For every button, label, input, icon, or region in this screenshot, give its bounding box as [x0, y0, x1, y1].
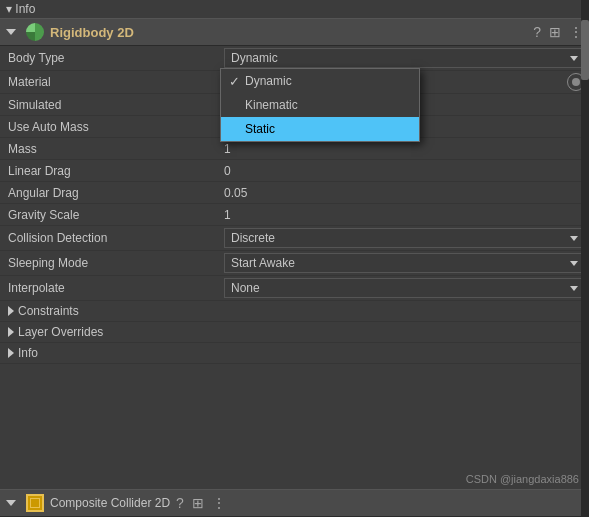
circle-inner [572, 78, 580, 86]
collision-detection-row: Collision Detection Discrete [0, 226, 589, 251]
gravity-scale-text: 1 [224, 208, 231, 222]
linear-drag-text: 0 [224, 164, 231, 178]
auto-mass-label: Use Auto Mass [0, 117, 220, 137]
collision-detection-selected: Discrete [231, 231, 566, 245]
option-kinematic[interactable]: Kinematic [221, 93, 419, 117]
option-dynamic-label: Dynamic [245, 74, 292, 88]
sleeping-mode-label: Sleeping Mode [0, 253, 220, 273]
sleeping-dropdown-arrow-icon [570, 261, 578, 266]
linear-drag-row: Linear Drag 0 [0, 160, 589, 182]
composite-help-icon[interactable]: ? [176, 495, 184, 511]
option-kinematic-label: Kinematic [245, 98, 298, 112]
body-type-popup: ✓ Dynamic Kinematic Static [220, 68, 420, 142]
body-type-label: Body Type [0, 48, 220, 68]
layer-overrides-arrow-icon [8, 327, 14, 337]
composite-settings-icon[interactable]: ⊞ [192, 495, 204, 511]
component-icon [26, 23, 44, 41]
mass-text: 1 [224, 142, 231, 156]
body-type-dropdown[interactable]: Dynamic [224, 48, 585, 68]
info-bar: ▾ Info [0, 0, 589, 18]
svg-rect-1 [31, 499, 39, 507]
simulated-label: Simulated [0, 95, 220, 115]
composite-header-icons: ? ⊞ ⋮ [176, 495, 226, 511]
angular-drag-value[interactable]: 0.05 [220, 184, 589, 202]
sleeping-mode-value: Start Awake [220, 251, 589, 275]
component-title: Rigidbody 2D [50, 25, 527, 40]
interpolate-label: Interpolate [0, 278, 220, 298]
watermark: CSDN @jiangdaxia886 [466, 473, 579, 485]
scrollbar[interactable] [581, 0, 589, 517]
help-icon[interactable]: ? [533, 24, 541, 40]
body-type-selected: Dynamic [231, 51, 566, 65]
composite-collider-header: Composite Collider 2D ? ⊞ ⋮ [0, 489, 589, 517]
linear-drag-label: Linear Drag [0, 161, 220, 181]
settings-icon[interactable]: ⊞ [549, 24, 561, 40]
info-section[interactable]: Info [0, 343, 589, 364]
linear-drag-value[interactable]: 0 [220, 162, 589, 180]
option-static-label: Static [245, 122, 275, 136]
sleeping-mode-row: Sleeping Mode Start Awake [0, 251, 589, 276]
mass-label: Mass [0, 139, 220, 159]
constraints-arrow-icon [8, 306, 14, 316]
constraints-label: Constraints [18, 304, 79, 318]
mass-value[interactable]: 1 [220, 140, 589, 158]
composite-component-icon [26, 494, 44, 512]
collision-detection-label: Collision Detection [0, 228, 220, 248]
composite-menu-icon[interactable]: ⋮ [212, 495, 226, 511]
info-label: ▾ Info [6, 2, 35, 16]
dropdown-arrow-icon [570, 56, 578, 61]
sleeping-mode-dropdown[interactable]: Start Awake [224, 253, 585, 273]
interpolate-selected: None [231, 281, 566, 295]
option-dynamic[interactable]: ✓ Dynamic [221, 69, 419, 93]
info-arrow-icon [8, 348, 14, 358]
angular-drag-row: Angular Drag 0.05 [0, 182, 589, 204]
interpolate-row: Interpolate None [0, 276, 589, 301]
collision-dropdown-arrow-icon [570, 236, 578, 241]
body-type-row: Body Type Dynamic ✓ Dynamic Kinematic [0, 46, 589, 71]
body-type-value: Dynamic ✓ Dynamic Kinematic Stati [220, 46, 589, 70]
gravity-scale-label: Gravity Scale [0, 205, 220, 225]
interpolate-value: None [220, 276, 589, 300]
constraints-section[interactable]: Constraints [0, 301, 589, 322]
rigidbody2d-header: Rigidbody 2D ? ⊞ ⋮ [0, 18, 589, 46]
properties-panel: Body Type Dynamic ✓ Dynamic Kinematic [0, 46, 589, 301]
header-icons: ? ⊞ ⋮ [533, 24, 583, 40]
layer-overrides-label: Layer Overrides [18, 325, 103, 339]
sleeping-mode-selected: Start Awake [231, 256, 566, 270]
composite-collapse-arrow-icon[interactable] [6, 500, 16, 506]
angular-drag-label: Angular Drag [0, 183, 220, 203]
angular-drag-text: 0.05 [224, 186, 247, 200]
watermark-text: CSDN @jiangdaxia886 [466, 473, 579, 485]
gravity-scale-value[interactable]: 1 [220, 206, 589, 224]
gravity-scale-row: Gravity Scale 1 [0, 204, 589, 226]
collision-detection-value: Discrete [220, 226, 589, 250]
checkmark-icon: ✓ [229, 74, 245, 89]
collision-detection-dropdown[interactable]: Discrete [224, 228, 585, 248]
interpolate-dropdown-arrow-icon [570, 286, 578, 291]
info-label: Info [18, 346, 38, 360]
layer-overrides-section[interactable]: Layer Overrides [0, 322, 589, 343]
material-label: Material [0, 72, 220, 92]
option-static[interactable]: Static [221, 117, 419, 141]
interpolate-dropdown[interactable]: None [224, 278, 585, 298]
composite-title: Composite Collider 2D [50, 496, 170, 510]
collapse-arrow-icon[interactable] [6, 29, 16, 35]
scrollbar-thumb[interactable] [581, 20, 589, 80]
